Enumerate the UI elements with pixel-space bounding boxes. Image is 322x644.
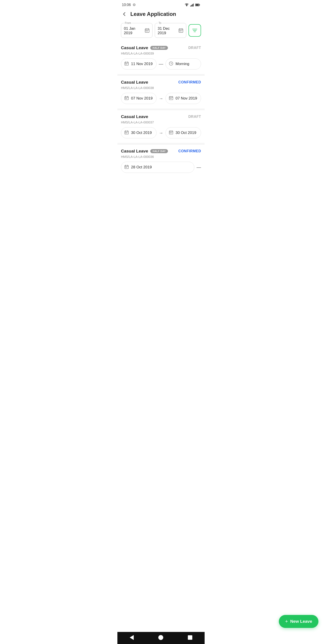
svg-rect-37 [126, 98, 126, 99]
arrow-icon: → [159, 130, 163, 136]
separator-icon: — [196, 165, 201, 170]
battery-icon [195, 4, 200, 6]
leave-ref: HMS/LA-LA-LA-000036 [121, 155, 201, 158]
filter-button[interactable] [188, 24, 201, 37]
signal-icon [190, 3, 194, 6]
start-date: 07 Nov 2019 [131, 96, 152, 100]
clock-icon [169, 61, 173, 67]
calendar-icon [124, 164, 129, 170]
status-bar: 10:06 ⚙ [118, 0, 204, 9]
gear-icon: ⚙ [132, 3, 136, 7]
half-day-badge: HALF DAY [150, 149, 168, 153]
leave-type: Casual Leave [121, 80, 148, 85]
date-row: 11 Nov 2019 — Morning [121, 58, 201, 70]
leave-card[interactable]: Casual Leave HALF DAY DRAFT HMS/LA-LA-LA… [118, 41, 204, 74]
status-badge: DRAFT [188, 115, 201, 119]
svg-rect-2 [190, 6, 191, 6]
filter-row: From 01 Jan 2019 To 31 Dec 2019 [118, 21, 204, 41]
calendar-icon [124, 130, 129, 136]
svg-rect-8 [196, 4, 199, 6]
status-badge: CONFIRMED [178, 149, 201, 153]
to-date-value: 31 Dec 2019 [158, 26, 178, 35]
leave-card[interactable]: Casual Leave CONFIRMED HMS/LA-LA-LA-0000… [118, 76, 204, 108]
start-date: 28 Oct 2019 [131, 165, 152, 170]
svg-rect-56 [171, 132, 172, 133]
svg-rect-51 [169, 131, 173, 134]
svg-rect-43 [170, 98, 170, 99]
svg-rect-38 [126, 98, 127, 99]
start-date-pill: 28 Oct 2019 [121, 162, 194, 173]
from-date-value: 01 Jan 2019 [124, 26, 145, 35]
end-date-pill: 30 Oct 2019 [166, 127, 201, 138]
half-day-badge: HALF DAY [150, 46, 168, 50]
start-date-pill: 07 Nov 2019 [121, 93, 156, 104]
svg-rect-29 [126, 64, 127, 64]
svg-rect-39 [169, 96, 173, 100]
from-label: From [124, 22, 132, 24]
leave-card[interactable]: Casual Leave HALF DAY CONFIRMED HMS/LA-L… [118, 145, 204, 177]
leave-ref: HMS/LA-LA-LA-000038 [121, 86, 201, 90]
svg-rect-4 [192, 4, 193, 6]
leave-type: Casual Leave [121, 114, 148, 119]
date-row: 28 Oct 2019 — [121, 162, 201, 173]
calendar-icon [124, 96, 129, 101]
status-icons [184, 3, 200, 6]
status-badge: CONFIRMED [178, 80, 201, 84]
svg-rect-33 [125, 96, 128, 100]
svg-line-32 [171, 64, 172, 64]
start-date-pill: 30 Oct 2019 [121, 127, 156, 138]
from-calendar-icon [145, 28, 150, 34]
svg-rect-45 [125, 131, 128, 134]
svg-rect-57 [125, 166, 128, 169]
svg-rect-24 [125, 62, 128, 66]
calendar-icon [124, 61, 129, 67]
status-badge: DRAFT [188, 46, 201, 50]
filter-icon [192, 28, 198, 33]
svg-rect-61 [126, 167, 126, 168]
svg-rect-19 [180, 31, 180, 31]
status-time: 10:06 [122, 3, 131, 7]
page-title: Leave Application [130, 11, 176, 17]
start-date-pill: 11 Nov 2019 [121, 58, 156, 70]
to-label: To [158, 22, 162, 24]
svg-rect-3 [191, 5, 192, 6]
back-button[interactable] [122, 12, 127, 16]
svg-point-1 [186, 6, 187, 6]
svg-rect-28 [126, 64, 126, 64]
svg-rect-20 [181, 31, 181, 31]
start-date: 30 Oct 2019 [131, 130, 152, 135]
svg-rect-62 [126, 167, 127, 168]
leave-list: Casual Leave HALF DAY DRAFT HMS/LA-LA-LA… [118, 41, 204, 177]
calendar-icon [169, 130, 173, 136]
leave-card[interactable]: Casual Leave DRAFT HMS/LA-LA-LA-000037 3 [118, 110, 204, 143]
end-date: 07 Nov 2019 [176, 96, 197, 100]
date-row: 07 Nov 2019 → 07 Nov 2019 [121, 93, 201, 104]
leave-ref: HMS/LA-LA-LA-000039 [121, 52, 201, 55]
end-time-pill: Morning [166, 58, 201, 70]
svg-rect-55 [170, 132, 170, 133]
end-date: 30 Oct 2019 [176, 130, 196, 135]
wifi-icon [184, 3, 189, 6]
svg-rect-7 [200, 4, 200, 5]
svg-rect-49 [126, 132, 126, 133]
svg-rect-50 [126, 132, 127, 133]
leave-ref: HMS/LA-LA-LA-000037 [121, 120, 201, 124]
svg-rect-44 [171, 98, 172, 99]
end-time: Morning [176, 62, 189, 66]
from-date-field[interactable]: From 01 Jan 2019 [121, 23, 152, 38]
header: Leave Application [118, 9, 204, 21]
calendar-icon [169, 96, 173, 101]
svg-rect-5 [193, 4, 194, 6]
svg-rect-14 [147, 31, 148, 31]
arrow-icon: → [159, 96, 163, 101]
date-row: 30 Oct 2019 → 30 Oct 2019 [121, 127, 201, 138]
end-date-pill: 07 Nov 2019 [166, 93, 201, 104]
to-calendar-icon [178, 28, 183, 34]
leave-type: Casual Leave [121, 149, 148, 154]
start-date: 11 Nov 2019 [131, 62, 152, 66]
svg-rect-13 [146, 31, 146, 31]
separator-icon: — [159, 62, 163, 67]
leave-type: Casual Leave [121, 46, 148, 50]
to-date-field[interactable]: To 31 Dec 2019 [155, 23, 186, 38]
